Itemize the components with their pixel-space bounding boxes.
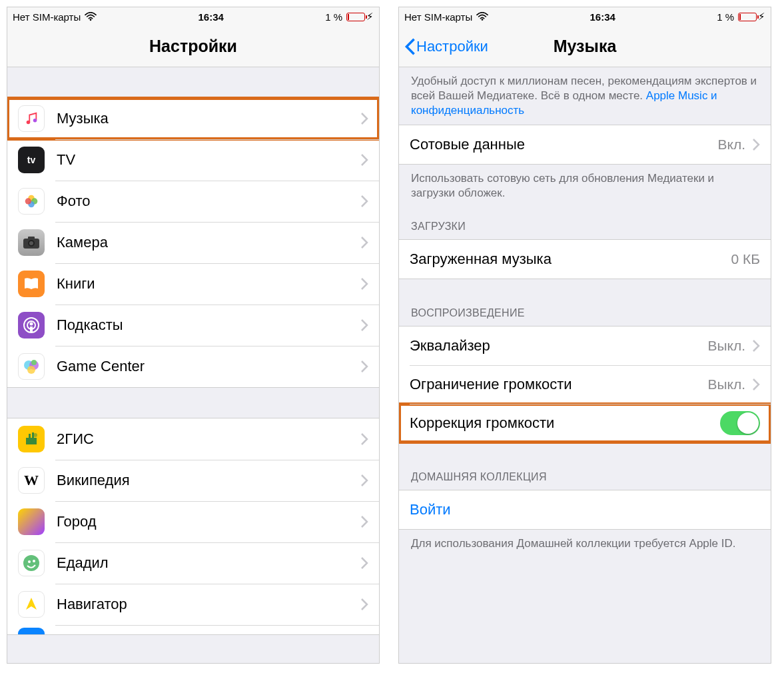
battery-icon bbox=[738, 13, 757, 21]
row-value: Выкл. bbox=[707, 376, 745, 392]
row-value: 0 КБ bbox=[731, 251, 760, 267]
back-button[interactable]: Настройки bbox=[404, 37, 488, 56]
settings-row-wikipedia[interactable]: W Википедия bbox=[7, 460, 379, 501]
home-sharing-footer: Для использования Домашней коллекции тре… bbox=[399, 530, 771, 558]
settings-row-gorod[interactable]: Город bbox=[7, 501, 379, 542]
photos-icon bbox=[18, 188, 45, 215]
settings-row-podcasts[interactable]: Подкасты bbox=[7, 305, 379, 346]
svg-point-23 bbox=[482, 19, 484, 21]
phone-settings: Нет SIM-карты 16:34 1 % ⚡︎ Настройки Муз… bbox=[7, 7, 380, 664]
status-bar: Нет SIM-карты 16:34 1 % ⚡︎ bbox=[7, 7, 379, 26]
chevron-right-icon bbox=[360, 277, 368, 291]
back-label: Настройки bbox=[416, 38, 488, 55]
row-label: TV bbox=[57, 151, 354, 169]
settings-row-navigator[interactable]: Навигатор bbox=[7, 584, 379, 625]
row-label: Книги bbox=[57, 275, 354, 293]
cellular-footer: Использовать сотовую сеть для обновления… bbox=[399, 165, 771, 207]
row-label: 2ГИС bbox=[57, 430, 354, 448]
battery-pct: 1 % bbox=[717, 11, 734, 23]
svg-point-16 bbox=[27, 366, 35, 374]
settings-row-2gis[interactable]: 2ГИС bbox=[7, 418, 379, 460]
row-label: Навигатор bbox=[57, 596, 354, 613]
chevron-right-icon bbox=[360, 432, 368, 446]
chevron-right-icon bbox=[752, 378, 760, 391]
apple-music-intro: Удобный доступ к миллионам песен, рекоме… bbox=[399, 67, 771, 125]
svg-point-9 bbox=[29, 241, 33, 245]
carrier-label: Нет SIM-карты bbox=[404, 11, 472, 23]
row-label: Едадил bbox=[57, 554, 354, 572]
equalizer-row[interactable]: Эквалайзер Выкл. bbox=[399, 327, 771, 365]
navigator-icon bbox=[18, 591, 45, 618]
svg-point-22 bbox=[33, 560, 35, 562]
page-title: Музыка bbox=[554, 37, 617, 56]
downloaded-music-row[interactable]: Загруженная музыка 0 КБ bbox=[399, 240, 771, 279]
clock: 16:34 bbox=[198, 11, 224, 23]
settings-row-edadil[interactable]: Едадил bbox=[7, 542, 379, 584]
svg-point-20 bbox=[23, 555, 39, 571]
chevron-right-icon bbox=[360, 153, 368, 167]
settings-row-music[interactable]: Музыка bbox=[7, 98, 379, 139]
camera-icon bbox=[18, 229, 45, 256]
row-label: Википедия bbox=[57, 472, 354, 489]
chevron-right-icon bbox=[752, 138, 760, 151]
sound-check-toggle[interactable] bbox=[720, 411, 760, 435]
chevron-right-icon bbox=[360, 319, 368, 332]
carrier-label: Нет SIM-карты bbox=[13, 11, 81, 23]
edadil-icon bbox=[18, 550, 45, 576]
row-label: Загруженная музыка bbox=[410, 251, 731, 268]
row-label: Сотовые данные bbox=[410, 136, 717, 153]
row-value: Выкл. bbox=[707, 338, 745, 354]
nav-bar: Настройки bbox=[7, 26, 379, 67]
playback-header: ВОСПРОИЗВЕДЕНИЕ bbox=[399, 279, 771, 326]
svg-rect-18 bbox=[26, 438, 37, 444]
podcasts-icon bbox=[18, 312, 45, 338]
cellular-data-row[interactable]: Сотовые данные Вкл. bbox=[399, 125, 771, 164]
chevron-right-icon bbox=[360, 474, 368, 487]
battery-pct: 1 % bbox=[325, 11, 342, 23]
wikipedia-icon: W bbox=[18, 467, 45, 494]
gamecenter-icon bbox=[18, 353, 45, 380]
page-title: Настройки bbox=[149, 37, 237, 56]
settings-row-books[interactable]: Книги bbox=[7, 263, 379, 305]
books-icon bbox=[18, 271, 45, 297]
content-scroll[interactable]: Удобный доступ к миллионам песен, рекоме… bbox=[399, 67, 771, 663]
phone-music-settings: Нет SIM-карты 16:34 1 % ⚡︎ Настройки Муз… bbox=[398, 7, 771, 664]
status-bar: Нет SIM-карты 16:34 1 % ⚡︎ bbox=[399, 7, 771, 26]
svg-point-0 bbox=[90, 19, 92, 21]
battery-icon bbox=[346, 13, 365, 21]
downloads-header: ЗАГРУЗКИ bbox=[399, 207, 771, 239]
row-label: Войти bbox=[410, 501, 760, 518]
charging-icon: ⚡︎ bbox=[366, 11, 374, 23]
svg-point-2 bbox=[33, 119, 37, 123]
sound-check-row[interactable]: Коррекция громкости bbox=[399, 404, 771, 442]
settings-row-photos[interactable]: Фото bbox=[7, 181, 379, 222]
svg-point-6 bbox=[25, 198, 31, 204]
playback-group: Эквалайзер Выкл. Ограничение громкости В… bbox=[399, 326, 771, 443]
2gis-icon bbox=[18, 426, 45, 452]
gorod-icon bbox=[18, 508, 45, 535]
settings-row-gamecenter[interactable]: Game Center bbox=[7, 346, 379, 387]
cellular-group: Сотовые данные Вкл. bbox=[399, 125, 771, 165]
chevron-right-icon bbox=[360, 360, 368, 373]
downloads-group: Загруженная музыка 0 КБ bbox=[399, 239, 771, 279]
volume-limit-row[interactable]: Ограничение громкости Выкл. bbox=[399, 365, 771, 404]
settings-row-tv[interactable]: tv TV bbox=[7, 139, 379, 181]
settings-group-apps: Музыка tv TV Фото Камера Книги bbox=[7, 97, 379, 388]
row-value: Вкл. bbox=[717, 137, 745, 153]
svg-point-21 bbox=[28, 560, 31, 563]
row-label: Музыка bbox=[57, 110, 354, 127]
svg-rect-10 bbox=[28, 237, 35, 239]
row-label: Город bbox=[57, 513, 354, 530]
settings-row-camera[interactable]: Камера bbox=[7, 222, 379, 263]
signin-row[interactable]: Войти bbox=[399, 490, 771, 529]
tv-icon: tv bbox=[18, 147, 45, 173]
row-label: Game Center bbox=[57, 358, 354, 375]
chevron-right-icon bbox=[360, 556, 368, 570]
home-sharing-header: ДОМАШНЯЯ КОЛЛЕКЦИЯ bbox=[399, 443, 771, 490]
charging-icon: ⚡︎ bbox=[758, 11, 765, 23]
nav-bar: Настройки Музыка bbox=[399, 26, 771, 67]
settings-row-cutoff[interactable] bbox=[7, 625, 379, 634]
svg-point-19 bbox=[33, 433, 37, 437]
chevron-right-icon bbox=[752, 339, 760, 352]
content-scroll[interactable]: Музыка tv TV Фото Камера Книги bbox=[7, 67, 379, 663]
